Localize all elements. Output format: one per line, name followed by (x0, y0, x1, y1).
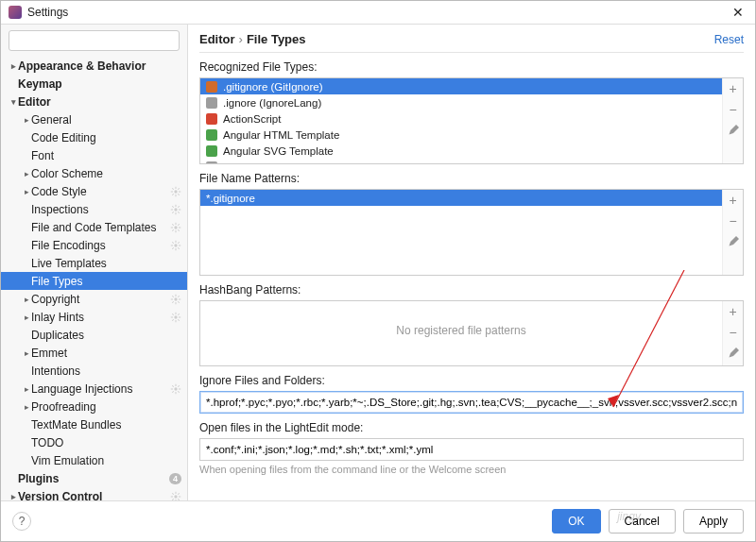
lightedit-hint: When opening files from the command line… (199, 464, 744, 475)
sidebar-item-proofreading[interactable]: Proofreading (1, 398, 187, 415)
svg-line-8 (178, 194, 180, 195)
svg-line-61 (172, 385, 174, 387)
sidebar-item-file-types[interactable]: File Types (1, 272, 187, 290)
file-icon (206, 97, 217, 109)
file-icon (206, 81, 217, 93)
window-title: Settings (27, 6, 68, 19)
svg-line-44 (178, 301, 180, 303)
pattern-row[interactable]: *.gitignore (200, 190, 722, 206)
svg-line-54 (172, 319, 174, 321)
svg-point-29 (174, 244, 177, 246)
file-icon (206, 161, 217, 164)
recognized-label: Recognized File Types: (199, 60, 744, 74)
svg-line-9 (172, 194, 174, 195)
svg-line-27 (172, 229, 174, 231)
filetype-row[interactable]: ActionScript (200, 110, 722, 127)
edit-hashbang-button[interactable] (723, 343, 744, 364)
ignore-input[interactable] (199, 391, 744, 414)
svg-line-43 (172, 296, 174, 297)
filetype-row[interactable]: Archive (200, 159, 722, 163)
settings-tree: Appearance & BehaviorKeymapEditorGeneral… (1, 57, 187, 500)
sidebar-item-inspections[interactable]: Inspections (1, 200, 187, 218)
cancel-button[interactable]: Cancel (609, 509, 676, 534)
gear-icon (170, 294, 181, 305)
sidebar-item-general[interactable]: General (1, 110, 187, 128)
ok-button[interactable]: OK (552, 509, 600, 534)
filetype-row[interactable]: .gitignore (GitIgnore) (200, 78, 722, 94)
add-filetype-button[interactable]: + (723, 78, 744, 99)
svg-point-38 (174, 297, 177, 300)
svg-line-53 (178, 319, 180, 321)
edit-pattern-button[interactable] (723, 231, 744, 252)
sidebar-item-language-injections[interactable]: Language Injections (1, 380, 187, 398)
sidebar-item-inlay-hints[interactable]: Inlay Hints (1, 308, 187, 326)
close-icon[interactable]: ✕ (729, 5, 747, 20)
svg-line-17 (178, 212, 180, 213)
lightedit-input[interactable] (199, 438, 744, 461)
sidebar-item-appearance-behavior[interactable]: Appearance & Behavior (1, 57, 187, 75)
add-hashbang-button[interactable]: + (723, 301, 744, 322)
svg-line-55 (178, 313, 180, 315)
apply-button[interactable]: Apply (683, 509, 744, 534)
sidebar-item-todo[interactable]: TODO (1, 433, 187, 451)
edit-filetype-button[interactable] (723, 120, 744, 141)
hashbang-label: HashBang Patterns: (199, 283, 744, 296)
svg-point-11 (174, 208, 177, 211)
svg-line-7 (172, 188, 174, 190)
svg-line-16 (172, 206, 174, 208)
file-icon (206, 145, 217, 157)
hashbang-list: No registered file patterns + − (199, 300, 744, 366)
sidebar-item-code-style[interactable]: Code Style (1, 182, 187, 200)
sidebar-item-emmet[interactable]: Emmet (1, 344, 187, 362)
sidebar-item-duplicates[interactable]: Duplicates (1, 326, 187, 344)
sidebar-item-textmate-bundles[interactable]: TextMate Bundles (1, 415, 187, 433)
settings-window: Settings ✕ Appearance & BehaviorKeymapEd… (0, 0, 756, 542)
reset-link[interactable]: Reset (714, 33, 744, 46)
filetype-row[interactable]: .ignore (IgnoreLang) (200, 94, 722, 110)
svg-line-46 (178, 296, 180, 297)
sidebar-item-font[interactable]: Font (1, 146, 187, 164)
ignore-label: Ignore Files and Folders: (199, 374, 744, 387)
sidebar-item-editor[interactable]: Editor (1, 93, 187, 110)
svg-point-65 (174, 495, 177, 498)
sidebar-item-file-encodings[interactable]: File Encodings (1, 236, 187, 254)
remove-hashbang-button[interactable]: − (723, 322, 744, 343)
sidebar-item-file-and-code-templates[interactable]: File and Code Templates (1, 218, 187, 236)
sidebar-item-color-scheme[interactable]: Color Scheme (1, 164, 187, 182)
svg-line-28 (178, 224, 180, 226)
sidebar-item-vim-emulation[interactable]: Vim Emulation (1, 451, 187, 469)
filetypes-list: .gitignore (GitIgnore).ignore (IgnoreLan… (199, 77, 744, 164)
sidebar-item-live-templates[interactable]: Live Templates (1, 254, 187, 272)
gear-icon (170, 383, 181, 395)
lightedit-label: Open files in the LightEdit mode: (199, 421, 744, 434)
help-button[interactable]: ? (12, 512, 31, 531)
gear-icon (170, 186, 181, 197)
svg-line-64 (178, 385, 180, 387)
filetype-row[interactable]: Angular SVG Template (200, 143, 722, 159)
svg-point-20 (174, 226, 177, 229)
remove-pattern-button[interactable]: − (723, 211, 744, 231)
svg-line-63 (172, 391, 174, 393)
filetype-row[interactable]: Angular HTML Template (200, 127, 722, 143)
svg-line-19 (178, 206, 180, 208)
remove-filetype-button[interactable]: − (723, 99, 744, 120)
svg-line-18 (172, 212, 174, 213)
hashbang-empty: No registered file patterns (200, 301, 722, 360)
svg-point-47 (174, 315, 177, 318)
gear-icon (170, 312, 181, 323)
sidebar-item-version-control[interactable]: Version Control (1, 487, 187, 500)
sidebar-item-keymap[interactable]: Keymap (1, 75, 187, 93)
sidebar: Appearance & BehaviorKeymapEditorGeneral… (1, 25, 188, 500)
svg-line-52 (172, 313, 174, 315)
sidebar-item-intentions[interactable]: Intentions (1, 362, 187, 380)
sidebar-item-code-editing[interactable]: Code Editing (1, 128, 187, 146)
svg-line-10 (178, 188, 180, 190)
search-input[interactable] (9, 30, 180, 51)
sidebar-item-plugins[interactable]: Plugins4 (1, 469, 187, 487)
add-pattern-button[interactable]: + (723, 190, 744, 211)
file-icon (206, 113, 217, 125)
patterns-label: File Name Patterns: (199, 172, 744, 185)
svg-line-73 (178, 493, 180, 495)
titlebar: Settings ✕ (1, 1, 755, 25)
sidebar-item-copyright[interactable]: Copyright (1, 290, 187, 308)
